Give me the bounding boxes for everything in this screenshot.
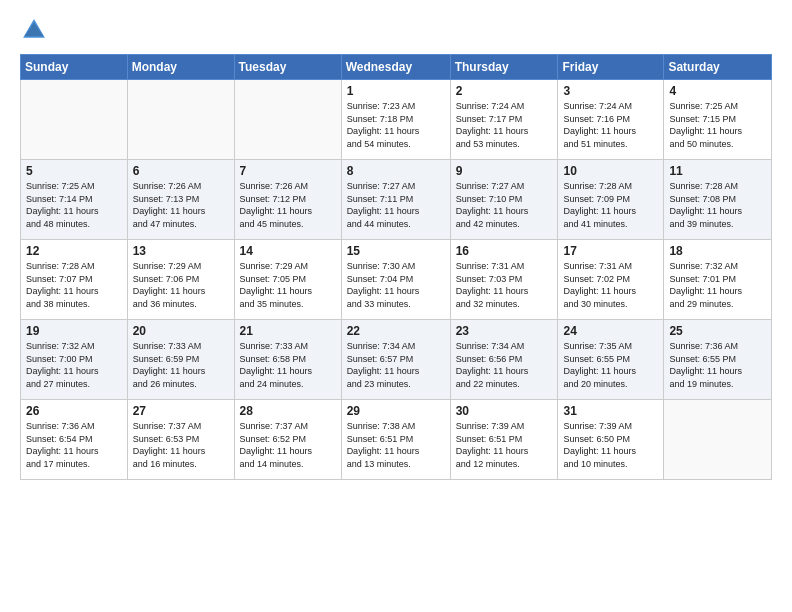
page-container: SundayMondayTuesdayWednesdayThursdayFrid… bbox=[0, 0, 792, 490]
calendar-cell: 17Sunrise: 7:31 AM Sunset: 7:02 PM Dayli… bbox=[558, 240, 664, 320]
calendar-cell: 30Sunrise: 7:39 AM Sunset: 6:51 PM Dayli… bbox=[450, 400, 558, 480]
day-number: 3 bbox=[563, 84, 658, 98]
calendar-cell: 12Sunrise: 7:28 AM Sunset: 7:07 PM Dayli… bbox=[21, 240, 128, 320]
day-number: 7 bbox=[240, 164, 336, 178]
day-number: 17 bbox=[563, 244, 658, 258]
day-info: Sunrise: 7:35 AM Sunset: 6:55 PM Dayligh… bbox=[563, 340, 658, 390]
day-info: Sunrise: 7:27 AM Sunset: 7:10 PM Dayligh… bbox=[456, 180, 553, 230]
logo bbox=[20, 16, 52, 44]
day-info: Sunrise: 7:26 AM Sunset: 7:12 PM Dayligh… bbox=[240, 180, 336, 230]
calendar-cell bbox=[21, 80, 128, 160]
day-number: 8 bbox=[347, 164, 445, 178]
day-info: Sunrise: 7:38 AM Sunset: 6:51 PM Dayligh… bbox=[347, 420, 445, 470]
day-number: 26 bbox=[26, 404, 122, 418]
calendar-cell bbox=[664, 400, 772, 480]
day-info: Sunrise: 7:36 AM Sunset: 6:55 PM Dayligh… bbox=[669, 340, 766, 390]
day-number: 13 bbox=[133, 244, 229, 258]
day-info: Sunrise: 7:32 AM Sunset: 7:01 PM Dayligh… bbox=[669, 260, 766, 310]
calendar-cell: 18Sunrise: 7:32 AM Sunset: 7:01 PM Dayli… bbox=[664, 240, 772, 320]
weekday-saturday: Saturday bbox=[664, 55, 772, 80]
day-info: Sunrise: 7:33 AM Sunset: 6:58 PM Dayligh… bbox=[240, 340, 336, 390]
day-info: Sunrise: 7:34 AM Sunset: 6:56 PM Dayligh… bbox=[456, 340, 553, 390]
day-info: Sunrise: 7:29 AM Sunset: 7:06 PM Dayligh… bbox=[133, 260, 229, 310]
calendar-cell: 20Sunrise: 7:33 AM Sunset: 6:59 PM Dayli… bbox=[127, 320, 234, 400]
day-info: Sunrise: 7:28 AM Sunset: 7:07 PM Dayligh… bbox=[26, 260, 122, 310]
svg-marker-1 bbox=[25, 22, 44, 36]
day-info: Sunrise: 7:32 AM Sunset: 7:00 PM Dayligh… bbox=[26, 340, 122, 390]
day-number: 2 bbox=[456, 84, 553, 98]
day-info: Sunrise: 7:37 AM Sunset: 6:52 PM Dayligh… bbox=[240, 420, 336, 470]
calendar-cell: 29Sunrise: 7:38 AM Sunset: 6:51 PM Dayli… bbox=[341, 400, 450, 480]
calendar-cell: 6Sunrise: 7:26 AM Sunset: 7:13 PM Daylig… bbox=[127, 160, 234, 240]
day-info: Sunrise: 7:23 AM Sunset: 7:18 PM Dayligh… bbox=[347, 100, 445, 150]
day-info: Sunrise: 7:29 AM Sunset: 7:05 PM Dayligh… bbox=[240, 260, 336, 310]
week-row-1: 1Sunrise: 7:23 AM Sunset: 7:18 PM Daylig… bbox=[21, 80, 772, 160]
day-number: 12 bbox=[26, 244, 122, 258]
calendar-cell: 31Sunrise: 7:39 AM Sunset: 6:50 PM Dayli… bbox=[558, 400, 664, 480]
day-number: 20 bbox=[133, 324, 229, 338]
day-number: 18 bbox=[669, 244, 766, 258]
calendar-cell: 26Sunrise: 7:36 AM Sunset: 6:54 PM Dayli… bbox=[21, 400, 128, 480]
day-number: 11 bbox=[669, 164, 766, 178]
day-number: 4 bbox=[669, 84, 766, 98]
calendar-cell: 16Sunrise: 7:31 AM Sunset: 7:03 PM Dayli… bbox=[450, 240, 558, 320]
day-number: 16 bbox=[456, 244, 553, 258]
day-info: Sunrise: 7:34 AM Sunset: 6:57 PM Dayligh… bbox=[347, 340, 445, 390]
day-number: 28 bbox=[240, 404, 336, 418]
day-number: 10 bbox=[563, 164, 658, 178]
day-number: 31 bbox=[563, 404, 658, 418]
day-number: 1 bbox=[347, 84, 445, 98]
day-number: 21 bbox=[240, 324, 336, 338]
week-row-2: 5Sunrise: 7:25 AM Sunset: 7:14 PM Daylig… bbox=[21, 160, 772, 240]
day-info: Sunrise: 7:31 AM Sunset: 7:03 PM Dayligh… bbox=[456, 260, 553, 310]
calendar-cell: 23Sunrise: 7:34 AM Sunset: 6:56 PM Dayli… bbox=[450, 320, 558, 400]
day-number: 5 bbox=[26, 164, 122, 178]
day-info: Sunrise: 7:36 AM Sunset: 6:54 PM Dayligh… bbox=[26, 420, 122, 470]
calendar-cell: 27Sunrise: 7:37 AM Sunset: 6:53 PM Dayli… bbox=[127, 400, 234, 480]
logo-icon bbox=[20, 16, 48, 44]
calendar-cell: 10Sunrise: 7:28 AM Sunset: 7:09 PM Dayli… bbox=[558, 160, 664, 240]
calendar-cell: 1Sunrise: 7:23 AM Sunset: 7:18 PM Daylig… bbox=[341, 80, 450, 160]
day-info: Sunrise: 7:24 AM Sunset: 7:16 PM Dayligh… bbox=[563, 100, 658, 150]
calendar-cell: 7Sunrise: 7:26 AM Sunset: 7:12 PM Daylig… bbox=[234, 160, 341, 240]
day-number: 23 bbox=[456, 324, 553, 338]
day-number: 19 bbox=[26, 324, 122, 338]
day-info: Sunrise: 7:39 AM Sunset: 6:50 PM Dayligh… bbox=[563, 420, 658, 470]
day-info: Sunrise: 7:27 AM Sunset: 7:11 PM Dayligh… bbox=[347, 180, 445, 230]
day-info: Sunrise: 7:26 AM Sunset: 7:13 PM Dayligh… bbox=[133, 180, 229, 230]
day-info: Sunrise: 7:31 AM Sunset: 7:02 PM Dayligh… bbox=[563, 260, 658, 310]
week-row-5: 26Sunrise: 7:36 AM Sunset: 6:54 PM Dayli… bbox=[21, 400, 772, 480]
weekday-wednesday: Wednesday bbox=[341, 55, 450, 80]
day-info: Sunrise: 7:25 AM Sunset: 7:14 PM Dayligh… bbox=[26, 180, 122, 230]
calendar-cell: 11Sunrise: 7:28 AM Sunset: 7:08 PM Dayli… bbox=[664, 160, 772, 240]
week-row-4: 19Sunrise: 7:32 AM Sunset: 7:00 PM Dayli… bbox=[21, 320, 772, 400]
calendar-cell: 13Sunrise: 7:29 AM Sunset: 7:06 PM Dayli… bbox=[127, 240, 234, 320]
calendar-cell: 28Sunrise: 7:37 AM Sunset: 6:52 PM Dayli… bbox=[234, 400, 341, 480]
calendar-cell: 9Sunrise: 7:27 AM Sunset: 7:10 PM Daylig… bbox=[450, 160, 558, 240]
day-number: 14 bbox=[240, 244, 336, 258]
calendar-cell: 21Sunrise: 7:33 AM Sunset: 6:58 PM Dayli… bbox=[234, 320, 341, 400]
calendar-cell: 24Sunrise: 7:35 AM Sunset: 6:55 PM Dayli… bbox=[558, 320, 664, 400]
weekday-thursday: Thursday bbox=[450, 55, 558, 80]
calendar-cell bbox=[234, 80, 341, 160]
calendar-cell: 19Sunrise: 7:32 AM Sunset: 7:00 PM Dayli… bbox=[21, 320, 128, 400]
calendar-cell: 15Sunrise: 7:30 AM Sunset: 7:04 PM Dayli… bbox=[341, 240, 450, 320]
calendar-cell: 8Sunrise: 7:27 AM Sunset: 7:11 PM Daylig… bbox=[341, 160, 450, 240]
calendar-cell: 4Sunrise: 7:25 AM Sunset: 7:15 PM Daylig… bbox=[664, 80, 772, 160]
calendar-table: SundayMondayTuesdayWednesdayThursdayFrid… bbox=[20, 54, 772, 480]
day-info: Sunrise: 7:33 AM Sunset: 6:59 PM Dayligh… bbox=[133, 340, 229, 390]
day-number: 9 bbox=[456, 164, 553, 178]
day-info: Sunrise: 7:37 AM Sunset: 6:53 PM Dayligh… bbox=[133, 420, 229, 470]
calendar-cell bbox=[127, 80, 234, 160]
weekday-header-row: SundayMondayTuesdayWednesdayThursdayFrid… bbox=[21, 55, 772, 80]
calendar-cell: 5Sunrise: 7:25 AM Sunset: 7:14 PM Daylig… bbox=[21, 160, 128, 240]
day-info: Sunrise: 7:30 AM Sunset: 7:04 PM Dayligh… bbox=[347, 260, 445, 310]
day-info: Sunrise: 7:28 AM Sunset: 7:08 PM Dayligh… bbox=[669, 180, 766, 230]
day-number: 24 bbox=[563, 324, 658, 338]
weekday-tuesday: Tuesday bbox=[234, 55, 341, 80]
day-number: 6 bbox=[133, 164, 229, 178]
calendar-cell: 3Sunrise: 7:24 AM Sunset: 7:16 PM Daylig… bbox=[558, 80, 664, 160]
day-number: 22 bbox=[347, 324, 445, 338]
day-number: 27 bbox=[133, 404, 229, 418]
day-info: Sunrise: 7:28 AM Sunset: 7:09 PM Dayligh… bbox=[563, 180, 658, 230]
